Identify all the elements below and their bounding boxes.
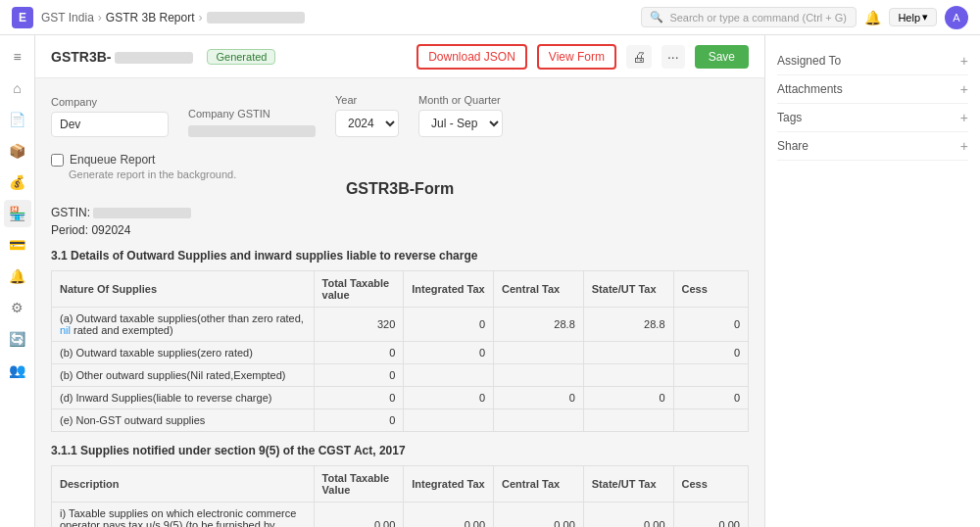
filter-row: Company Dev Company GSTIN Year 2024 bbox=[51, 94, 749, 137]
sidebar-payments-icon[interactable]: 💳 bbox=[4, 231, 31, 259]
th-state2: State/UT Tax bbox=[583, 466, 673, 503]
company-group: Company Dev bbox=[51, 96, 169, 137]
state-cell bbox=[583, 342, 673, 364]
assigned-to-label: Assigned To bbox=[777, 54, 841, 68]
year-group: Year 2024 bbox=[335, 94, 399, 137]
cess-cell bbox=[673, 409, 748, 432]
central-cell bbox=[494, 409, 584, 432]
cess-cell: 0 bbox=[673, 387, 748, 409]
taxable-cell: 0.00 bbox=[314, 503, 404, 528]
nature-cell: (b) Other outward supplies(Nil rated,Exe… bbox=[52, 364, 315, 387]
central-cell: 28.8 bbox=[494, 308, 584, 342]
view-form-button[interactable]: View Form bbox=[537, 44, 616, 70]
integrated-cell: 0 bbox=[404, 342, 494, 364]
table-row: i) Taxable supplies on which electronic … bbox=[52, 503, 749, 528]
table-row: (e) Non-GST outward supplies 0 bbox=[52, 409, 749, 432]
th-state: State/UT Tax bbox=[583, 271, 673, 308]
section-3-1-1-title: 3.1.1 Supplies notified under section 9(… bbox=[51, 444, 749, 457]
gstin-group: Company GSTIN bbox=[188, 108, 316, 137]
print-button[interactable]: 🖨 bbox=[626, 45, 652, 69]
th-description: Description bbox=[52, 466, 315, 503]
save-button[interactable]: Save bbox=[695, 45, 749, 69]
cess-cell bbox=[673, 364, 748, 387]
th-cess: Cess bbox=[673, 271, 748, 308]
th-integrated: Integrated Tax bbox=[404, 271, 494, 308]
state-cell: 28.8 bbox=[583, 308, 673, 342]
notifications-icon[interactable]: 🔔 bbox=[864, 10, 881, 25]
company-label: Company bbox=[51, 96, 169, 108]
tags-panel: Tags + bbox=[777, 104, 968, 132]
nature-cell: (d) Inward Supplies(liable to reverse ch… bbox=[52, 387, 315, 409]
enqueue-checkbox[interactable] bbox=[51, 154, 64, 167]
year-select[interactable]: 2024 bbox=[335, 110, 399, 137]
integrated-cell: 0 bbox=[404, 308, 494, 342]
sidebar-settings-icon[interactable]: ⚙ bbox=[4, 294, 31, 321]
breadcrumb-report: GSTR 3B Report bbox=[106, 11, 195, 24]
sidebar-users-icon[interactable]: 👥 bbox=[4, 357, 31, 384]
doc-title: GSTR3B- bbox=[51, 49, 197, 65]
taxable-cell: 0 bbox=[314, 409, 404, 432]
sidebar-sync-icon[interactable]: 🔄 bbox=[4, 325, 31, 353]
table-row: (b) Outward taxable supplies(zero rated)… bbox=[52, 342, 749, 364]
taxable-cell: 0 bbox=[314, 342, 404, 364]
gstr-form-title: GSTR3B-Form bbox=[51, 180, 749, 198]
gstin-label: Company GSTIN bbox=[188, 108, 316, 120]
doc-toolbar: GSTR3B- Generated Download JSON View For… bbox=[35, 35, 764, 78]
status-badge: Generated bbox=[207, 49, 275, 65]
th-nature: Nature Of Supplies bbox=[52, 271, 315, 308]
th-cess2: Cess bbox=[673, 466, 748, 503]
sidebar-home-icon[interactable]: ⌂ bbox=[4, 74, 31, 102]
more-options-button[interactable]: ··· bbox=[662, 45, 685, 69]
search-icon: 🔍 bbox=[650, 11, 663, 24]
sidebar: ≡ ⌂ 📄 📦 💰 🏪 💳 🔔 ⚙ 🔄 👥 bbox=[0, 35, 35, 527]
breadcrumb-gst[interactable]: GST India bbox=[41, 11, 94, 24]
assigned-to-panel: Assigned To + bbox=[777, 47, 968, 75]
assigned-to-add[interactable]: + bbox=[960, 53, 968, 69]
tags-add[interactable]: + bbox=[960, 110, 968, 125]
breadcrumb: GST India › GSTR 3B Report › bbox=[41, 11, 305, 24]
central-cell: 0 bbox=[494, 387, 584, 409]
gstin-value-blur bbox=[188, 125, 316, 137]
table-row: (b) Other outward supplies(Nil rated,Exe… bbox=[52, 364, 749, 387]
user-avatar[interactable]: A bbox=[945, 6, 968, 29]
top-bar: E GST India › GSTR 3B Report › 🔍 Search … bbox=[0, 0, 980, 35]
cess-cell: 0 bbox=[673, 342, 748, 364]
sidebar-menu-icon[interactable]: ≡ bbox=[4, 43, 31, 71]
taxable-cell: 320 bbox=[314, 308, 404, 342]
sidebar-docs-icon[interactable]: 📄 bbox=[4, 106, 31, 133]
tags-label: Tags bbox=[777, 111, 802, 124]
chevron-down-icon: ▾ bbox=[922, 11, 928, 24]
company-value: Dev bbox=[51, 112, 169, 137]
sidebar-gst-icon[interactable]: 🏪 bbox=[4, 200, 31, 227]
attachments-add[interactable]: + bbox=[960, 81, 968, 97]
gstr-form: GSTR3B-Form GSTIN: Period: 092024 3.1 De… bbox=[51, 180, 749, 527]
nature-cell: (b) Outward taxable supplies(zero rated) bbox=[52, 342, 315, 364]
enqueue-row: Enqueue Report Generate report in the ba… bbox=[51, 153, 749, 180]
global-search[interactable]: 🔍 Search or type a command (Ctrl + G) bbox=[641, 7, 857, 27]
state-cell bbox=[583, 409, 673, 432]
nature-cell: (a) Outward taxable supplies(other than … bbox=[52, 308, 315, 342]
table-3-1-1: Description Total Taxable Value Integrat… bbox=[51, 465, 749, 527]
sidebar-notifications-icon[interactable]: 🔔 bbox=[4, 263, 31, 290]
state-cell bbox=[583, 364, 673, 387]
gstin-meta: GSTIN: bbox=[51, 206, 749, 219]
central-cell bbox=[494, 342, 584, 364]
table-row: (d) Inward Supplies(liable to reverse ch… bbox=[52, 387, 749, 409]
section-3-1-title: 3.1 Details of Outward Supplies and inwa… bbox=[51, 249, 749, 263]
sidebar-inventory-icon[interactable]: 📦 bbox=[4, 137, 31, 165]
enqueue-hint: Generate report in the background. bbox=[69, 168, 749, 180]
share-add[interactable]: + bbox=[960, 138, 968, 154]
integrated-cell: 0.00 bbox=[404, 503, 494, 528]
table-3-1: Nature Of Supplies Total Taxable value I… bbox=[51, 270, 749, 432]
form-area: Company Dev Company GSTIN Year 2024 bbox=[35, 78, 764, 527]
cess-cell: 0 bbox=[673, 308, 748, 342]
desc-cell: i) Taxable supplies on which electronic … bbox=[52, 503, 315, 528]
topbar-actions: 🔔 Help ▾ A bbox=[864, 6, 968, 29]
search-placeholder: Search or type a command (Ctrl + G) bbox=[669, 12, 847, 24]
download-json-button[interactable]: Download JSON bbox=[416, 44, 527, 70]
app-logo: E bbox=[12, 7, 33, 28]
th-taxable: Total Taxable value bbox=[314, 271, 404, 308]
month-select[interactable]: Jul - Sep bbox=[418, 110, 503, 137]
help-button[interactable]: Help ▾ bbox=[889, 8, 937, 26]
sidebar-finance-icon[interactable]: 💰 bbox=[4, 168, 31, 196]
